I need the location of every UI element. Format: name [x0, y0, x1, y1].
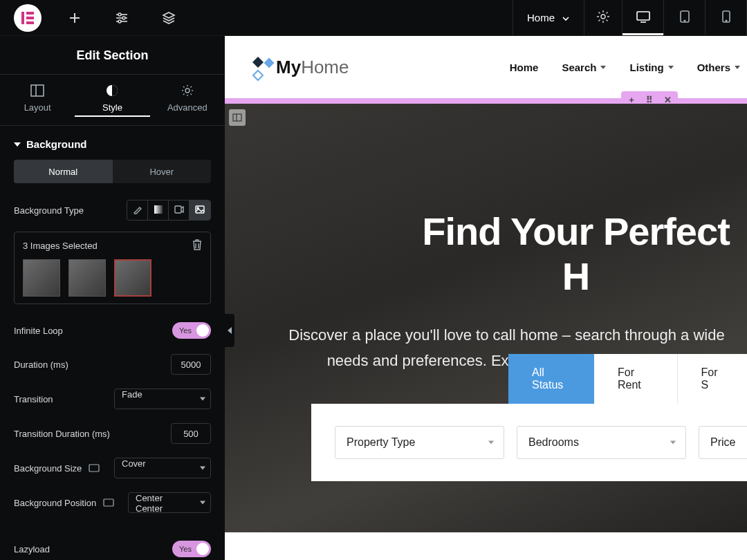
- bg-type-video[interactable]: [169, 200, 190, 220]
- bedrooms-select[interactable]: Bedrooms: [517, 426, 686, 459]
- mobile-icon: [722, 10, 730, 26]
- tab-advanced[interactable]: Advanced: [150, 75, 225, 125]
- bg-size-row: Background Size Cover: [0, 451, 225, 485]
- bg-type-label: Background Type: [14, 205, 127, 216]
- status-tab-rent[interactable]: For Rent: [594, 354, 678, 404]
- bg-position-label: Background Position: [14, 498, 96, 508]
- chevron-down-icon: [488, 441, 494, 445]
- chevron-down-icon: [670, 441, 676, 445]
- nav-home[interactable]: Home: [510, 62, 539, 73]
- svg-rect-19: [31, 85, 44, 96]
- bg-type-gradient[interactable]: [148, 200, 169, 220]
- status-tabs: All Status For Rent For S: [508, 354, 747, 404]
- status-tab-all[interactable]: All Status: [508, 354, 594, 404]
- bg-size-select[interactable]: Cover: [114, 458, 211, 478]
- logo-text-primary: My: [276, 57, 301, 77]
- search-form: Property Type Bedrooms Price: [311, 404, 747, 481]
- column-handle[interactable]: [229, 109, 246, 126]
- site-settings-icon[interactable]: [113, 10, 130, 26]
- images-selected-label: 3 Images Selected: [23, 241, 98, 251]
- slideshow-thumb-2[interactable]: [68, 259, 106, 297]
- infinite-loop-label: Infinite Loop: [14, 326, 63, 336]
- panel-title: Edit Section: [0, 36, 225, 74]
- bg-type-classic[interactable]: [127, 200, 148, 220]
- chevron-down-icon: [562, 12, 570, 24]
- svg-point-9: [122, 17, 125, 19]
- duration-row: Duration (ms): [0, 347, 225, 382]
- bg-position-select[interactable]: Center Center: [128, 492, 211, 513]
- infinite-loop-switch[interactable]: Yes: [172, 322, 211, 339]
- svg-point-7: [118, 13, 121, 16]
- device-mobile[interactable]: [706, 0, 747, 35]
- svg-point-16: [684, 20, 685, 21]
- lazyload-row: Lazyload Yes: [0, 532, 225, 560]
- site-header: MyHome Home Search Listing Others: [225, 36, 747, 98]
- responsive-icon[interactable]: [103, 498, 114, 507]
- svg-rect-0: [21, 12, 24, 24]
- top-bar: Home: [0, 0, 747, 36]
- nav-search[interactable]: Search: [562, 62, 606, 73]
- price-select[interactable]: Price: [699, 426, 747, 459]
- svg-point-11: [118, 20, 121, 23]
- svg-rect-28: [104, 499, 113, 506]
- status-tab-sale[interactable]: For S: [678, 354, 747, 404]
- svg-point-22: [185, 88, 190, 93]
- slideshow-images-box: 3 Images Selected: [14, 232, 211, 304]
- thumb-row: [23, 259, 202, 297]
- device-tablet[interactable]: [664, 0, 706, 35]
- editor-sidebar: Edit Section Layout Style Advanced Backg…: [0, 36, 225, 560]
- bg-state-hover[interactable]: Hover: [113, 160, 212, 183]
- logo-text-secondary: Home: [301, 57, 349, 77]
- svg-rect-3: [26, 21, 34, 24]
- svg-marker-30: [264, 58, 274, 68]
- transition-duration-row: Transition Duration (ms): [0, 416, 225, 451]
- lazyload-label: Lazyload: [14, 544, 50, 554]
- trash-icon[interactable]: [192, 239, 202, 252]
- structure-icon[interactable]: [160, 10, 177, 26]
- close-section-icon[interactable]: ✕: [663, 95, 672, 104]
- device-desktop[interactable]: [622, 0, 664, 35]
- tablet-icon: [679, 10, 690, 26]
- gradient-icon: [154, 205, 163, 216]
- nav-others[interactable]: Others: [697, 62, 740, 73]
- slideshow-thumb-1[interactable]: [23, 259, 60, 297]
- transition-duration-label: Transition Duration (ms): [14, 429, 110, 439]
- transition-label: Transition: [14, 394, 53, 404]
- section-background-header[interactable]: Background: [0, 126, 225, 160]
- switch-knob: [196, 543, 209, 555]
- panel-tabs: Layout Style Advanced: [0, 74, 225, 126]
- preview-canvas: MyHome Home Search Listing Others + ⠿ ✕ …: [225, 36, 747, 560]
- desktop-icon: [636, 10, 651, 26]
- page-settings-button[interactable]: [584, 0, 622, 35]
- sidebar-collapse-handle[interactable]: [225, 314, 234, 347]
- chevron-down-icon: [600, 66, 606, 69]
- slideshow-thumb-3[interactable]: [114, 259, 151, 297]
- brush-icon: [133, 205, 142, 216]
- add-element-icon[interactable]: [66, 10, 83, 26]
- bg-type-row: Background Type: [0, 193, 225, 227]
- page-selector[interactable]: Home: [513, 0, 584, 35]
- hero-section[interactable]: Find Your Perfect H Discover a place you…: [225, 104, 747, 532]
- chevron-left-icon: [228, 327, 232, 334]
- style-icon: [75, 84, 149, 97]
- nav-listing[interactable]: Listing: [629, 62, 673, 73]
- video-icon: [174, 205, 184, 216]
- advanced-icon: [150, 84, 225, 97]
- transition-select[interactable]: Fade: [114, 389, 211, 409]
- site-logo[interactable]: MyHome: [252, 57, 349, 78]
- elementor-logo[interactable]: [14, 4, 42, 32]
- drag-section-icon[interactable]: ⠿: [645, 95, 654, 104]
- tab-style[interactable]: Style: [75, 75, 149, 125]
- add-section-icon[interactable]: +: [627, 95, 636, 104]
- bg-state-normal[interactable]: Normal: [14, 160, 113, 183]
- property-type-select[interactable]: Property Type: [335, 426, 504, 459]
- transition-duration-input[interactable]: [171, 423, 211, 444]
- duration-input[interactable]: [171, 354, 211, 375]
- hero-title[interactable]: Find Your Perfect H: [225, 209, 747, 299]
- search-widget[interactable]: All Status For Rent For S Property Type …: [508, 354, 747, 481]
- bg-type-slideshow[interactable]: [190, 200, 210, 220]
- tab-layout[interactable]: Layout: [0, 75, 75, 125]
- lazyload-switch[interactable]: Yes: [172, 541, 211, 557]
- responsive-icon[interactable]: [89, 464, 100, 472]
- svg-rect-24: [175, 206, 181, 213]
